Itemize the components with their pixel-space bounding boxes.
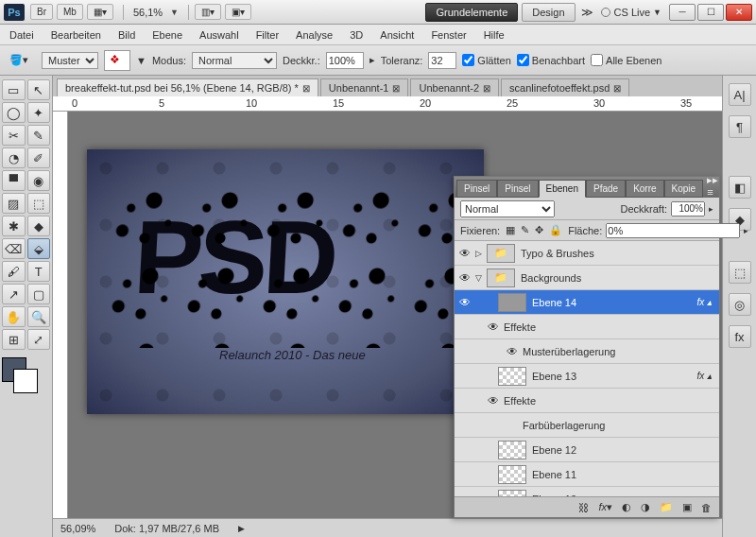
- link-layers-icon[interactable]: ⛓: [578, 502, 589, 513]
- swatches-panel-icon[interactable]: ◧: [729, 176, 751, 199]
- layer-label[interactable]: Backgrounds: [521, 272, 713, 284]
- close-tab-icon[interactable]: ⊠: [613, 83, 621, 94]
- disclosure-icon[interactable]: ▷: [475, 249, 487, 258]
- menu-fenster[interactable]: Fenster: [431, 29, 466, 41]
- close-button[interactable]: ✕: [726, 4, 752, 21]
- tool-16[interactable]: 🖋: [2, 261, 26, 282]
- panel-tab-pinsel[interactable]: Pinsel: [497, 180, 538, 198]
- panel-menu-icon[interactable]: ▸▸ ≡: [703, 174, 722, 198]
- tool-7[interactable]: ✐: [27, 147, 51, 168]
- workspace-more-icon[interactable]: ≫: [581, 6, 593, 19]
- tool-6[interactable]: ◔: [2, 147, 26, 168]
- layer-effect-item[interactable]: 👁Musterüberlagerung: [455, 339, 719, 364]
- menu-ebene[interactable]: Ebene: [152, 29, 182, 41]
- tool-0[interactable]: ▭: [2, 79, 26, 100]
- zoom-dropdown-icon[interactable]: ▼: [170, 8, 179, 17]
- pattern-dropdown-icon[interactable]: ▼: [136, 55, 146, 66]
- status-docsize[interactable]: Dok: 1,97 MB/27,6 MB: [114, 523, 219, 534]
- visibility-icon[interactable]: 👁: [502, 345, 523, 358]
- layer-thumb[interactable]: [498, 441, 526, 459]
- layer-label[interactable]: Ebene 14: [532, 297, 696, 308]
- layer-row[interactable]: Ebene 12: [455, 438, 719, 462]
- tool-4[interactable]: ✂: [2, 125, 26, 146]
- layer-label[interactable]: Typo & Brushes: [521, 248, 713, 259]
- tool-3[interactable]: ✦: [27, 102, 51, 123]
- tool-11[interactable]: ⬚: [27, 193, 51, 214]
- minimize-button[interactable]: ─: [669, 4, 696, 21]
- maximize-button[interactable]: ☐: [697, 4, 724, 21]
- fx-badge[interactable]: fx ▴: [696, 297, 712, 307]
- artboard[interactable]: PSD Relaunch 2010 - Das neue: [87, 149, 484, 414]
- blend-mode-select[interactable]: Normal: [460, 200, 555, 217]
- fx-icon[interactable]: fx▾: [598, 501, 612, 513]
- layer-effects[interactable]: 👁Effekte: [455, 315, 719, 339]
- layer-label[interactable]: Ebene 11: [532, 469, 713, 480]
- workspace-design[interactable]: Design: [522, 3, 575, 22]
- layer-row[interactable]: 👁Ebene 14fx ▴: [455, 290, 719, 315]
- menu-filter[interactable]: Filter: [256, 29, 279, 41]
- close-tab-icon[interactable]: ⊠: [302, 83, 310, 94]
- tool-22[interactable]: ⊞: [2, 329, 26, 350]
- tool-21[interactable]: 🔍: [27, 306, 51, 327]
- tool-17[interactable]: T: [27, 261, 51, 282]
- panel-tab-ebenen[interactable]: Ebenen: [539, 180, 586, 198]
- visibility-icon[interactable]: 👁: [483, 320, 504, 334]
- transform-panel-icon[interactable]: ⬚: [729, 261, 751, 284]
- menu-bearbeiten[interactable]: Bearbeiten: [51, 29, 101, 41]
- layer-row[interactable]: Ebene 10: [455, 487, 719, 496]
- layer-label[interactable]: Ebene 12: [532, 444, 713, 456]
- close-tab-icon[interactable]: ⊠: [392, 83, 400, 94]
- text-panel-icon[interactable]: fx: [729, 325, 751, 348]
- menu-3d[interactable]: 3D: [350, 29, 363, 41]
- pattern-swatch[interactable]: [104, 50, 130, 71]
- layer-effects[interactable]: 👁Effekte: [455, 389, 719, 413]
- layer-row[interactable]: Ebene 11: [455, 462, 719, 487]
- menu-datei[interactable]: Datei: [9, 29, 34, 41]
- cslive-button[interactable]: CS Live▼: [601, 7, 662, 18]
- tool-12[interactable]: ✱: [2, 216, 26, 236]
- opacity-slider-icon[interactable]: ▸: [369, 54, 375, 66]
- contiguous-checkbox[interactable]: [517, 54, 529, 66]
- visibility-icon[interactable]: 👁: [455, 271, 475, 285]
- screenmode-button[interactable]: ▣▾: [225, 4, 251, 20]
- layer-effect-item[interactable]: Farbüberlagerung: [455, 413, 719, 438]
- ruler-vertical[interactable]: [53, 112, 68, 518]
- tool-10[interactable]: ▨: [2, 193, 26, 214]
- circle-panel-icon[interactable]: ◎: [729, 293, 751, 316]
- disclosure-icon[interactable]: ▽: [475, 273, 487, 283]
- document-tab[interactable]: scanlinefotoeffekt.psd⊠: [501, 78, 629, 96]
- tool-2[interactable]: ◯: [2, 102, 26, 123]
- trash-icon[interactable]: 🗑: [701, 502, 712, 513]
- tool-13[interactable]: ◆: [27, 216, 51, 236]
- tool-18[interactable]: ↗: [2, 284, 26, 304]
- tool-8[interactable]: ▀: [2, 170, 26, 191]
- layer-thumb[interactable]: [498, 490, 526, 497]
- tool-15[interactable]: ⬙: [27, 238, 51, 259]
- panel-tab-pinsel[interactable]: Pinsel: [456, 180, 497, 198]
- layer-thumb[interactable]: [498, 465, 526, 484]
- viewextra-button[interactable]: ▦▾: [87, 4, 113, 20]
- mode-select[interactable]: Normal: [192, 52, 277, 69]
- layer-thumb[interactable]: [498, 293, 526, 312]
- workspace-grundelemente[interactable]: Grundelemente: [425, 3, 518, 22]
- visibility-icon[interactable]: 👁: [455, 247, 475, 260]
- opacity-input[interactable]: [326, 52, 364, 69]
- fill-type-select[interactable]: Muster: [42, 52, 98, 69]
- panel-tab-korre[interactable]: Korre: [626, 180, 663, 198]
- visibility-icon[interactable]: 👁: [483, 394, 504, 407]
- visibility-icon[interactable]: 👁: [455, 296, 475, 309]
- arrange-button[interactable]: ▥▾: [195, 4, 221, 20]
- bridge-button[interactable]: Br: [30, 4, 53, 20]
- document-tab[interactable]: Unbenannt-2⊠: [410, 78, 499, 96]
- tool-5[interactable]: ✎: [27, 125, 51, 146]
- menu-ansicht[interactable]: Ansicht: [380, 29, 414, 41]
- panel-tab-pfade[interactable]: Pfade: [586, 180, 626, 198]
- tool-9[interactable]: ◉: [27, 170, 51, 191]
- lock-pixels-icon[interactable]: ▦: [506, 224, 515, 236]
- status-zoom[interactable]: 56,09%: [60, 523, 95, 534]
- document-tab[interactable]: Unbenannt-1⊠: [320, 78, 409, 96]
- lock-move-icon[interactable]: ✥: [535, 224, 543, 236]
- adjustment-icon[interactable]: ◑: [641, 501, 650, 513]
- bucket-tool-icon[interactable]: 🪣▾: [8, 51, 30, 70]
- type-panel-icon[interactable]: A|: [729, 83, 751, 106]
